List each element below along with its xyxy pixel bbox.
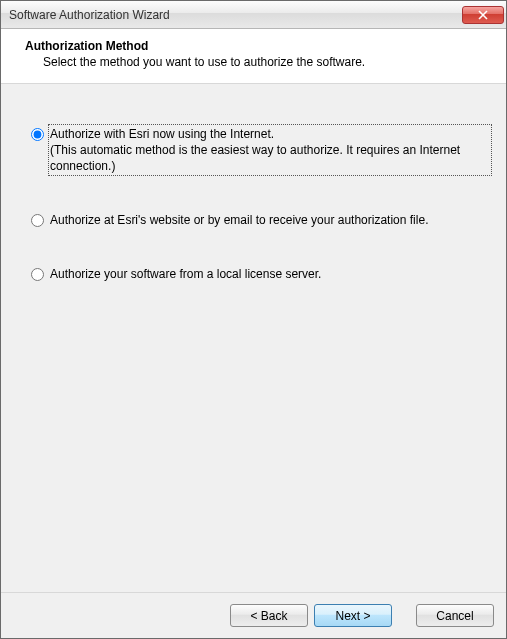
option-authorize-license-server[interactable]: Authorize your software from a local lic… (31, 266, 490, 282)
option-internet-label-line2: (This automatic method is the easiest wa… (50, 142, 490, 174)
option-authorize-website-email[interactable]: Authorize at Esri's website or by email … (31, 212, 490, 228)
content-area: Authorize with Esri now using the Intern… (1, 84, 506, 592)
radio-authorize-internet[interactable] (31, 128, 44, 141)
back-button[interactable]: < Back (230, 604, 308, 627)
close-icon (478, 10, 488, 20)
page-heading: Authorization Method (25, 39, 492, 53)
wizard-window: Software Authorization Wizard Authorizat… (0, 0, 507, 639)
footer: < Back Next > Cancel (1, 592, 506, 638)
close-button[interactable] (462, 6, 504, 24)
cancel-button[interactable]: Cancel (416, 604, 494, 627)
option-website-email-label: Authorize at Esri's website or by email … (50, 212, 428, 228)
header-panel: Authorization Method Select the method y… (1, 29, 506, 84)
radio-authorize-license-server[interactable] (31, 268, 44, 281)
titlebar: Software Authorization Wizard (1, 1, 506, 29)
radio-authorize-website-email[interactable] (31, 214, 44, 227)
window-title: Software Authorization Wizard (9, 8, 462, 22)
next-button[interactable]: Next > (314, 604, 392, 627)
option-internet-label-line1: Authorize with Esri now using the Intern… (50, 126, 490, 142)
page-subheading: Select the method you want to use to aut… (43, 55, 492, 69)
option-license-server-label: Authorize your software from a local lic… (50, 266, 321, 282)
option-authorize-internet[interactable]: Authorize with Esri now using the Intern… (31, 126, 490, 174)
